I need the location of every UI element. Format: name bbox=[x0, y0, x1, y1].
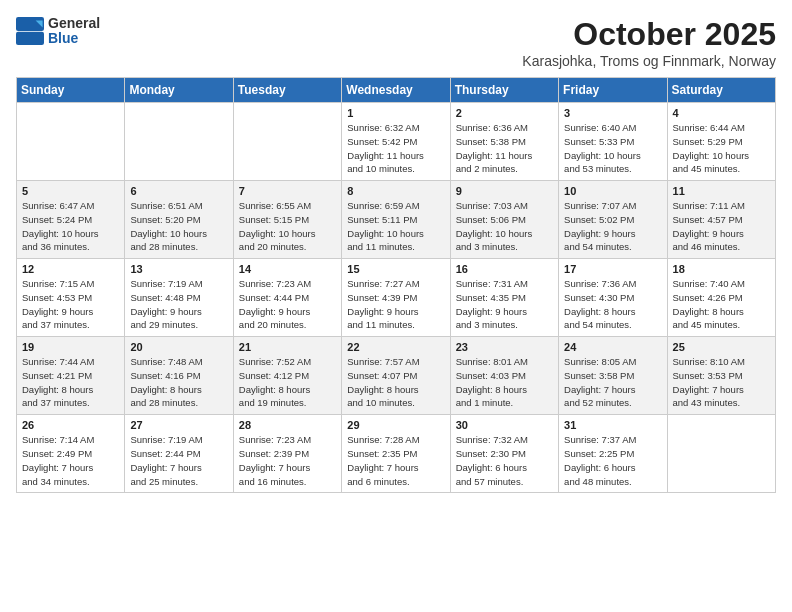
day-number: 17 bbox=[564, 263, 661, 275]
table-row: 1Sunrise: 6:32 AM Sunset: 5:42 PM Daylig… bbox=[342, 103, 450, 181]
table-row: 27Sunrise: 7:19 AM Sunset: 2:44 PM Dayli… bbox=[125, 415, 233, 493]
table-row: 31Sunrise: 7:37 AM Sunset: 2:25 PM Dayli… bbox=[559, 415, 667, 493]
day-number: 24 bbox=[564, 341, 661, 353]
day-number: 3 bbox=[564, 107, 661, 119]
header-saturday: Saturday bbox=[667, 78, 775, 103]
day-detail: Sunrise: 7:27 AM Sunset: 4:39 PM Dayligh… bbox=[347, 277, 444, 332]
day-number: 18 bbox=[673, 263, 770, 275]
title-block: October 2025 Karasjohka, Troms og Finnma… bbox=[522, 16, 776, 69]
table-row: 8Sunrise: 6:59 AM Sunset: 5:11 PM Daylig… bbox=[342, 181, 450, 259]
day-detail: Sunrise: 6:36 AM Sunset: 5:38 PM Dayligh… bbox=[456, 121, 553, 176]
table-row: 30Sunrise: 7:32 AM Sunset: 2:30 PM Dayli… bbox=[450, 415, 558, 493]
day-number: 21 bbox=[239, 341, 336, 353]
day-detail: Sunrise: 7:28 AM Sunset: 2:35 PM Dayligh… bbox=[347, 433, 444, 488]
calendar-week-row: 1Sunrise: 6:32 AM Sunset: 5:42 PM Daylig… bbox=[17, 103, 776, 181]
calendar-week-row: 5Sunrise: 6:47 AM Sunset: 5:24 PM Daylig… bbox=[17, 181, 776, 259]
day-detail: Sunrise: 8:10 AM Sunset: 3:53 PM Dayligh… bbox=[673, 355, 770, 410]
day-number: 4 bbox=[673, 107, 770, 119]
table-row: 11Sunrise: 7:11 AM Sunset: 4:57 PM Dayli… bbox=[667, 181, 775, 259]
header-friday: Friday bbox=[559, 78, 667, 103]
table-row bbox=[233, 103, 341, 181]
day-detail: Sunrise: 6:59 AM Sunset: 5:11 PM Dayligh… bbox=[347, 199, 444, 254]
day-number: 30 bbox=[456, 419, 553, 431]
table-row: 18Sunrise: 7:40 AM Sunset: 4:26 PM Dayli… bbox=[667, 259, 775, 337]
day-detail: Sunrise: 8:01 AM Sunset: 4:03 PM Dayligh… bbox=[456, 355, 553, 410]
calendar-week-row: 19Sunrise: 7:44 AM Sunset: 4:21 PM Dayli… bbox=[17, 337, 776, 415]
day-number: 16 bbox=[456, 263, 553, 275]
table-row: 19Sunrise: 7:44 AM Sunset: 4:21 PM Dayli… bbox=[17, 337, 125, 415]
calendar-subtitle: Karasjohka, Troms og Finnmark, Norway bbox=[522, 53, 776, 69]
table-row: 13Sunrise: 7:19 AM Sunset: 4:48 PM Dayli… bbox=[125, 259, 233, 337]
header-wednesday: Wednesday bbox=[342, 78, 450, 103]
table-row: 7Sunrise: 6:55 AM Sunset: 5:15 PM Daylig… bbox=[233, 181, 341, 259]
header-monday: Monday bbox=[125, 78, 233, 103]
day-number: 9 bbox=[456, 185, 553, 197]
day-detail: Sunrise: 7:11 AM Sunset: 4:57 PM Dayligh… bbox=[673, 199, 770, 254]
day-number: 27 bbox=[130, 419, 227, 431]
logo: General Blue bbox=[16, 16, 100, 47]
day-number: 19 bbox=[22, 341, 119, 353]
day-number: 25 bbox=[673, 341, 770, 353]
day-number: 13 bbox=[130, 263, 227, 275]
table-row bbox=[17, 103, 125, 181]
day-detail: Sunrise: 7:31 AM Sunset: 4:35 PM Dayligh… bbox=[456, 277, 553, 332]
table-row: 29Sunrise: 7:28 AM Sunset: 2:35 PM Dayli… bbox=[342, 415, 450, 493]
day-number: 29 bbox=[347, 419, 444, 431]
table-row: 20Sunrise: 7:48 AM Sunset: 4:16 PM Dayli… bbox=[125, 337, 233, 415]
header-sunday: Sunday bbox=[17, 78, 125, 103]
day-detail: Sunrise: 7:23 AM Sunset: 2:39 PM Dayligh… bbox=[239, 433, 336, 488]
day-detail: Sunrise: 6:55 AM Sunset: 5:15 PM Dayligh… bbox=[239, 199, 336, 254]
day-detail: Sunrise: 6:47 AM Sunset: 5:24 PM Dayligh… bbox=[22, 199, 119, 254]
calendar-week-row: 12Sunrise: 7:15 AM Sunset: 4:53 PM Dayli… bbox=[17, 259, 776, 337]
calendar-header-row: Sunday Monday Tuesday Wednesday Thursday… bbox=[17, 78, 776, 103]
table-row: 2Sunrise: 6:36 AM Sunset: 5:38 PM Daylig… bbox=[450, 103, 558, 181]
day-detail: Sunrise: 7:07 AM Sunset: 5:02 PM Dayligh… bbox=[564, 199, 661, 254]
day-detail: Sunrise: 7:15 AM Sunset: 4:53 PM Dayligh… bbox=[22, 277, 119, 332]
table-row: 3Sunrise: 6:40 AM Sunset: 5:33 PM Daylig… bbox=[559, 103, 667, 181]
day-number: 6 bbox=[130, 185, 227, 197]
page-header: General Blue October 2025 Karasjohka, Tr… bbox=[16, 16, 776, 69]
table-row: 23Sunrise: 8:01 AM Sunset: 4:03 PM Dayli… bbox=[450, 337, 558, 415]
day-detail: Sunrise: 6:40 AM Sunset: 5:33 PM Dayligh… bbox=[564, 121, 661, 176]
day-detail: Sunrise: 7:23 AM Sunset: 4:44 PM Dayligh… bbox=[239, 277, 336, 332]
day-number: 12 bbox=[22, 263, 119, 275]
day-number: 20 bbox=[130, 341, 227, 353]
day-number: 15 bbox=[347, 263, 444, 275]
day-detail: Sunrise: 6:51 AM Sunset: 5:20 PM Dayligh… bbox=[130, 199, 227, 254]
table-row: 10Sunrise: 7:07 AM Sunset: 5:02 PM Dayli… bbox=[559, 181, 667, 259]
day-detail: Sunrise: 7:03 AM Sunset: 5:06 PM Dayligh… bbox=[456, 199, 553, 254]
table-row: 16Sunrise: 7:31 AM Sunset: 4:35 PM Dayli… bbox=[450, 259, 558, 337]
day-number: 22 bbox=[347, 341, 444, 353]
day-number: 26 bbox=[22, 419, 119, 431]
table-row bbox=[125, 103, 233, 181]
day-number: 14 bbox=[239, 263, 336, 275]
day-detail: Sunrise: 7:48 AM Sunset: 4:16 PM Dayligh… bbox=[130, 355, 227, 410]
logo-text: General Blue bbox=[48, 16, 100, 47]
day-detail: Sunrise: 7:37 AM Sunset: 2:25 PM Dayligh… bbox=[564, 433, 661, 488]
day-detail: Sunrise: 6:44 AM Sunset: 5:29 PM Dayligh… bbox=[673, 121, 770, 176]
day-detail: Sunrise: 7:40 AM Sunset: 4:26 PM Dayligh… bbox=[673, 277, 770, 332]
calendar-table: Sunday Monday Tuesday Wednesday Thursday… bbox=[16, 77, 776, 493]
day-number: 31 bbox=[564, 419, 661, 431]
day-detail: Sunrise: 6:32 AM Sunset: 5:42 PM Dayligh… bbox=[347, 121, 444, 176]
logo-icon bbox=[16, 17, 44, 45]
table-row: 15Sunrise: 7:27 AM Sunset: 4:39 PM Dayli… bbox=[342, 259, 450, 337]
table-row: 6Sunrise: 6:51 AM Sunset: 5:20 PM Daylig… bbox=[125, 181, 233, 259]
header-tuesday: Tuesday bbox=[233, 78, 341, 103]
table-row: 5Sunrise: 6:47 AM Sunset: 5:24 PM Daylig… bbox=[17, 181, 125, 259]
table-row: 4Sunrise: 6:44 AM Sunset: 5:29 PM Daylig… bbox=[667, 103, 775, 181]
table-row: 12Sunrise: 7:15 AM Sunset: 4:53 PM Dayli… bbox=[17, 259, 125, 337]
table-row: 25Sunrise: 8:10 AM Sunset: 3:53 PM Dayli… bbox=[667, 337, 775, 415]
day-number: 28 bbox=[239, 419, 336, 431]
day-detail: Sunrise: 7:19 AM Sunset: 2:44 PM Dayligh… bbox=[130, 433, 227, 488]
day-number: 5 bbox=[22, 185, 119, 197]
table-row: 9Sunrise: 7:03 AM Sunset: 5:06 PM Daylig… bbox=[450, 181, 558, 259]
calendar-title: October 2025 bbox=[522, 16, 776, 53]
day-detail: Sunrise: 7:14 AM Sunset: 2:49 PM Dayligh… bbox=[22, 433, 119, 488]
header-thursday: Thursday bbox=[450, 78, 558, 103]
day-number: 7 bbox=[239, 185, 336, 197]
day-number: 11 bbox=[673, 185, 770, 197]
day-number: 23 bbox=[456, 341, 553, 353]
table-row: 22Sunrise: 7:57 AM Sunset: 4:07 PM Dayli… bbox=[342, 337, 450, 415]
calendar-week-row: 26Sunrise: 7:14 AM Sunset: 2:49 PM Dayli… bbox=[17, 415, 776, 493]
